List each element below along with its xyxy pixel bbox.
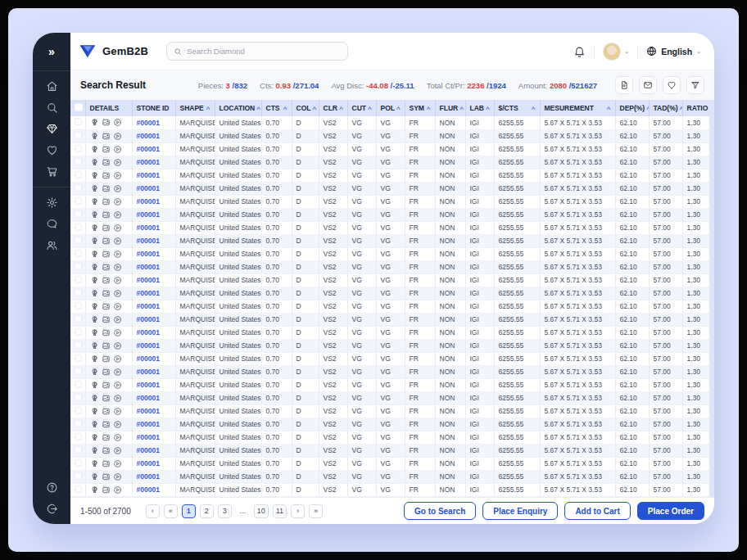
column-header-dep[interactable]: DEP(%)^	[615, 100, 649, 116]
sort-icon[interactable]: ^	[256, 106, 260, 113]
sidebar-expand-button[interactable]: »	[33, 33, 70, 70]
row-checkbox[interactable]	[75, 433, 82, 440]
row-checkbox[interactable]	[75, 276, 82, 283]
play-icon[interactable]	[113, 210, 122, 219]
image-icon[interactable]	[102, 118, 111, 127]
play-icon[interactable]	[113, 368, 122, 377]
image-icon[interactable]	[102, 446, 111, 455]
pager-nav-button[interactable]: ›	[291, 504, 305, 518]
row-checkbox[interactable]	[75, 224, 82, 231]
row-checkbox[interactable]	[75, 420, 82, 427]
image-icon[interactable]	[102, 197, 111, 206]
stone-id-link[interactable]: #00001	[132, 247, 175, 260]
gem-icon[interactable]	[90, 197, 99, 206]
image-icon[interactable]	[102, 472, 111, 481]
image-icon[interactable]	[102, 381, 111, 390]
gem-icon[interactable]	[90, 145, 99, 154]
gem-icon[interactable]	[90, 184, 99, 193]
place-order-button[interactable]: Place Order	[637, 502, 704, 520]
mail-button[interactable]	[639, 76, 657, 94]
image-icon[interactable]	[102, 368, 111, 377]
sidebar-item-heart[interactable]	[40, 142, 63, 158]
gem-icon[interactable]	[90, 302, 99, 311]
play-icon[interactable]	[113, 381, 122, 390]
row-checkbox[interactable]	[75, 145, 82, 152]
page-button[interactable]: 3	[218, 504, 232, 518]
stone-id-link[interactable]: #00001	[132, 169, 175, 182]
play-icon[interactable]	[113, 145, 122, 154]
image-icon[interactable]	[102, 171, 111, 180]
image-icon[interactable]	[102, 433, 111, 442]
sort-icon[interactable]: ^	[460, 106, 464, 113]
pager-nav-button[interactable]: «	[164, 504, 178, 518]
row-checkbox[interactable]	[75, 237, 82, 244]
row-checkbox[interactable]	[75, 289, 82, 296]
play-icon[interactable]	[113, 433, 122, 442]
stone-id-link[interactable]: #00001	[132, 470, 175, 483]
sidebar-item-help[interactable]	[40, 480, 63, 495]
gem-icon[interactable]	[90, 381, 99, 390]
row-checkbox[interactable]	[75, 394, 82, 401]
column-header-clr[interactable]: CLR^	[319, 100, 347, 116]
row-checkbox[interactable]	[75, 210, 82, 218]
column-header-lab[interactable]: LAB^	[465, 100, 494, 116]
stone-id-link[interactable]: #00001	[132, 483, 175, 496]
export-button[interactable]	[615, 76, 633, 94]
image-icon[interactable]	[102, 328, 111, 337]
gem-icon[interactable]	[90, 289, 99, 298]
user-menu[interactable]: ⌄	[603, 43, 629, 61]
column-header-details[interactable]: DETAILS	[85, 100, 132, 116]
column-header-sym[interactable]: SYM^	[405, 100, 435, 116]
stone-id-link[interactable]: #00001	[132, 431, 175, 444]
gem-icon[interactable]	[90, 407, 99, 416]
play-icon[interactable]	[113, 132, 122, 141]
column-header-pol[interactable]: POL^	[376, 100, 405, 116]
play-icon[interactable]	[113, 237, 122, 246]
image-icon[interactable]	[102, 158, 111, 167]
stone-id-link[interactable]: #00001	[132, 260, 175, 273]
gem-icon[interactable]	[90, 433, 99, 442]
play-icon[interactable]	[113, 197, 122, 206]
gem-icon[interactable]	[90, 158, 99, 167]
play-icon[interactable]	[113, 407, 122, 416]
gem-icon[interactable]	[90, 485, 99, 495]
gem-icon[interactable]	[90, 210, 99, 219]
stone-id-link[interactable]: #00001	[132, 339, 175, 352]
row-checkbox[interactable]	[75, 184, 82, 192]
play-icon[interactable]	[113, 394, 122, 403]
row-checkbox[interactable]	[75, 328, 82, 336]
select-all-checkbox[interactable]	[75, 103, 83, 111]
row-checkbox[interactable]	[75, 485, 82, 493]
play-icon[interactable]	[113, 328, 122, 337]
stone-id-link[interactable]: #00001	[132, 116, 175, 129]
image-icon[interactable]	[102, 407, 111, 416]
stone-id-link[interactable]: #00001	[132, 391, 175, 404]
image-icon[interactable]	[102, 485, 111, 495]
stone-id-link[interactable]: #00001	[132, 352, 175, 365]
stone-id-link[interactable]: #00001	[132, 365, 175, 378]
stone-id-link[interactable]: #00001	[132, 418, 175, 431]
column-header-stoneid[interactable]: STONE ID	[132, 100, 175, 116]
gem-icon[interactable]	[90, 132, 99, 141]
page-button[interactable]: 10	[254, 504, 269, 518]
gem-icon[interactable]	[90, 341, 99, 350]
image-icon[interactable]	[102, 263, 111, 272]
go-to-search-button[interactable]: Go to Search	[404, 502, 476, 520]
image-icon[interactable]	[102, 132, 111, 141]
play-icon[interactable]	[113, 118, 122, 127]
sidebar-item-search[interactable]	[40, 100, 63, 115]
play-icon[interactable]	[113, 158, 122, 167]
sidebar-item-users[interactable]	[40, 237, 63, 253]
gem-icon[interactable]	[90, 276, 99, 285]
diamond-search-box[interactable]	[166, 42, 348, 61]
column-header-shape[interactable]: SHAPE^	[175, 100, 215, 116]
row-checkbox[interactable]	[75, 407, 82, 414]
image-icon[interactable]	[102, 420, 111, 429]
sort-icon[interactable]: ^	[368, 106, 372, 113]
stone-id-link[interactable]: #00001	[132, 444, 175, 457]
play-icon[interactable]	[113, 263, 122, 272]
stone-id-link[interactable]: #00001	[132, 156, 175, 169]
play-icon[interactable]	[113, 446, 122, 455]
play-icon[interactable]	[113, 315, 122, 324]
gem-icon[interactable]	[90, 394, 99, 403]
